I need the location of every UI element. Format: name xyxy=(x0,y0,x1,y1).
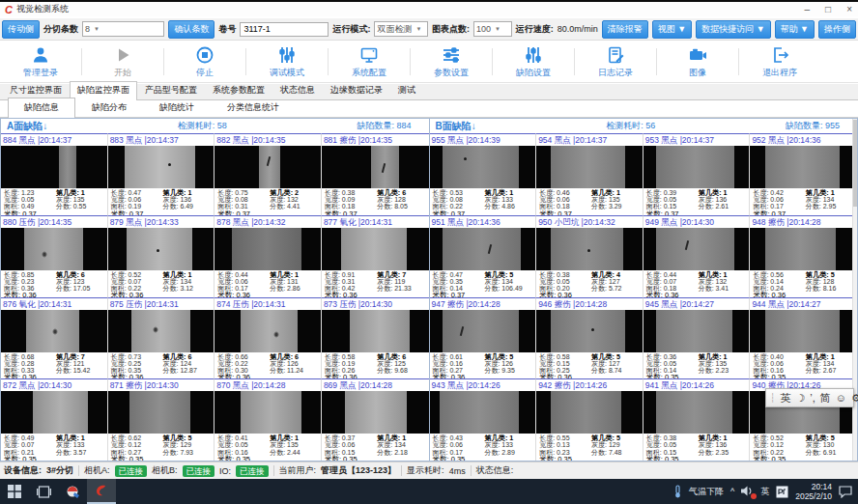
ime-punct-icon[interactable]: ’, xyxy=(810,392,815,404)
defect-gray-level: 灰度: 135 xyxy=(699,360,747,367)
run-mode-select[interactable]: 双面检测▼ xyxy=(374,21,428,37)
defect-cell[interactable]: 953 黑点 |20:14:37长度: 0.39宽度: 0.05面积: 0.15… xyxy=(644,133,751,215)
ime-language-indicator[interactable]: 英 xyxy=(760,486,769,498)
defect-cell[interactable]: 869 黑点 |20:14:28长度: 0.37宽度: 0.06面积: 0.15… xyxy=(322,378,429,461)
defect-cell[interactable]: 944 黑点 |20:14:27长度: 0.40宽度: 0.06面积: 0.16… xyxy=(750,297,857,379)
main-tab-测试[interactable]: 测试 xyxy=(390,81,423,99)
defect-cell[interactable]: 948 擦伤 |20:14:28长度: 0.56宽度: 0.14面积: 0.24… xyxy=(750,215,857,297)
defect-cell[interactable]: 872 黑点 |20:14:30长度: 0.49宽度: 0.07面积: 0.21… xyxy=(1,378,108,461)
tool-button-管理登录[interactable]: 管理登录 xyxy=(0,42,81,82)
ime-settings-icon[interactable]: ⚙ xyxy=(851,392,858,405)
defect-cell[interactable]: 877 氧化 |20:14:31长度: 0.91宽度: 0.31面积: 0.42… xyxy=(322,215,429,297)
defect-gray-level: 灰度: 125 xyxy=(377,360,425,367)
defect-cell[interactable]: 946 擦伤 |20:14:28长度: 0.58宽度: 0.15面积: 0.25… xyxy=(536,297,644,379)
taskbar-clock[interactable]: 20:14 2025/2/10 xyxy=(795,482,832,501)
ime-simplified-toggle[interactable]: 简 xyxy=(820,391,831,406)
action-center-icon[interactable] xyxy=(839,486,852,498)
main-tab-边缘数据记录[interactable]: 边缘数据记录 xyxy=(323,81,390,99)
task-view-button[interactable] xyxy=(29,479,58,504)
ime-mode-icon[interactable] xyxy=(776,486,788,498)
defect-cell[interactable]: 943 黑点 |20:14:26长度: 0.43宽度: 0.06面积: 0.17… xyxy=(430,378,537,461)
tool-button-调试模式[interactable]: 调试模式 xyxy=(246,42,328,82)
tool-button-参数设置[interactable]: 参数设置 xyxy=(411,42,492,82)
defect-cell[interactable]: 875 压伤 |20:14:31长度: 0.73宽度: 0.25面积: 0.35… xyxy=(108,297,215,379)
defect-cell[interactable]: 870 黑点 |20:14:28长度: 0.41宽度: 0.05面积: 0.16… xyxy=(214,378,322,461)
tool-button-日志记录[interactable]: 日志记录 xyxy=(575,42,656,82)
tool-button-退出程序[interactable]: 退出程序 xyxy=(739,42,820,82)
defect-width: 宽度: 0.06 xyxy=(753,360,805,367)
help-menu-button[interactable]: 帮助 ▼ xyxy=(775,20,815,39)
scrollbar-thumb[interactable] xyxy=(853,120,857,207)
slit-count-select[interactable]: 8▼ xyxy=(82,21,164,37)
defect-cell[interactable]: 954 黑点 |20:14:37长度: 0.46宽度: 0.06面积: 0.18… xyxy=(536,133,644,215)
sub-tab-缺陷统计[interactable]: 缺陷统计 xyxy=(143,98,211,117)
defect-cell[interactable]: 947 擦伤 |20:14:28长度: 0.61宽度: 0.16面积: 0.27… xyxy=(430,297,537,379)
panel-title[interactable]: B面缺陷↓ xyxy=(436,120,476,133)
defect-cell[interactable]: 941 黑点 |20:14:26长度: 0.38宽度: 0.05面积: 0.15… xyxy=(644,378,751,461)
defect-cell[interactable]: 880 压伤 |20:14:35长度: 0.85宽度: 0.23面积: 0.36… xyxy=(1,215,108,297)
drag-handle-icon[interactable]: ┆ xyxy=(770,393,775,403)
roll-number-input[interactable] xyxy=(240,22,329,37)
close-icon[interactable]: × xyxy=(846,4,852,14)
drive-side-button[interactable]: 传动侧 xyxy=(2,20,40,39)
weather-ticker[interactable]: 气温下降 xyxy=(689,486,724,498)
sub-tab-缺陷分布[interactable]: 缺陷分布 xyxy=(75,98,143,117)
sub-tab-分类信息统计[interactable]: 分类信息统计 xyxy=(211,98,296,117)
tool-button-缺陷设置[interactable]: 缺陷设置 xyxy=(493,42,574,82)
defect-cell[interactable]: 945 黑点 |20:14:27长度: 0.36宽度: 0.05面积: 0.14… xyxy=(644,297,751,379)
tool-button-系统配置[interactable]: 系统配置 xyxy=(329,42,410,82)
sub-tab-缺陷信息[interactable]: 缺陷信息 xyxy=(8,98,75,118)
defect-cell-header: 877 氧化 |20:14:31 xyxy=(322,216,429,228)
defect-cell[interactable]: 942 擦伤 |20:14:26长度: 0.55宽度: 0.13面积: 0.23… xyxy=(536,378,644,461)
active-app-button[interactable] xyxy=(87,479,116,504)
defect-class: 第几类: 6 xyxy=(377,353,425,360)
view-menu-button[interactable]: 视图 ▼ xyxy=(652,20,692,39)
play-icon xyxy=(113,45,132,65)
defect-cell[interactable]: 874 压伤 |20:14:31长度: 0.66宽度: 0.22面积: 0.30… xyxy=(214,297,322,379)
defect-cell[interactable]: 879 黑点 |20:14:33长度: 0.52宽度: 0.07面积: 0.22… xyxy=(108,215,215,297)
tool-button-图像[interactable]: 图像 xyxy=(657,42,738,82)
defect-cell[interactable]: 950 小凹坑 |20:14:32长度: 0.38宽度: 0.05面积: 0.2… xyxy=(536,215,644,297)
defect-width: 宽度: 0.06 xyxy=(433,441,485,448)
tray-overflow-chevron[interactable]: ^ xyxy=(730,487,734,496)
pinned-app-button[interactable] xyxy=(58,479,87,504)
tool-button-开始[interactable]: 开始 xyxy=(82,42,163,82)
defect-cell[interactable]: 884 黑点 |20:14:37长度: 1.23宽度: 0.05面积: 0.49… xyxy=(1,133,108,215)
thumbnail-band xyxy=(129,391,191,434)
clear-alarm-button[interactable]: 清除报警 xyxy=(602,20,648,39)
data-quick-access-button[interactable]: 数据快捷访问 ▼ xyxy=(696,20,770,39)
ime-toolbar[interactable]: ┆ 英☽’,简☺⚙ xyxy=(765,388,854,407)
defect-cell[interactable]: 955 黑点 |20:14:39长度: 0.53宽度: 0.08面积: 0.22… xyxy=(430,133,537,215)
defect-cell-header: 870 黑点 |20:14:28 xyxy=(214,379,321,391)
scrollbar[interactable] xyxy=(852,119,857,461)
defect-cell[interactable]: 882 黑点 |20:14:35长度: 0.75宽度: 0.08面积: 0.31… xyxy=(214,133,322,215)
confirm-count-button[interactable]: 确认条数 xyxy=(168,20,214,39)
display-time-label: 显示耗时: xyxy=(407,464,444,477)
defect-cell[interactable]: 952 黑点 |20:14:36长度: 0.42宽度: 0.06面积: 0.17… xyxy=(750,133,857,215)
panel-title[interactable]: A面缺陷↓ xyxy=(7,120,47,133)
defect-gray-level: 灰度: 134 xyxy=(163,278,212,285)
tool-button-label: 日志记录 xyxy=(598,67,633,79)
ime-fullhalf-icon[interactable]: ☽ xyxy=(795,392,805,405)
ime-emoji-icon[interactable]: ☺ xyxy=(836,392,846,404)
defect-length: 长度: 0.52 xyxy=(111,271,163,278)
defect-cell[interactable]: 881 擦伤 |20:14:35长度: 0.38宽度: 0.09面积: 0.18… xyxy=(322,133,429,215)
defect-cell[interactable]: 873 压伤 |20:14:30长度: 0.58宽度: 0.19面积: 0.26… xyxy=(322,297,429,379)
tool-button-停止[interactable]: 停止 xyxy=(164,42,245,82)
start-button[interactable] xyxy=(0,479,29,504)
chart-points-select[interactable]: 100▼ xyxy=(473,21,512,37)
minimize-icon[interactable]: – xyxy=(805,4,811,14)
volume-button[interactable] xyxy=(741,486,754,498)
defect-cell[interactable]: 883 黑点 |20:14:37长度: 0.47宽度: 0.06面积: 0.19… xyxy=(108,133,215,215)
defect-score: 分数: 2.23 xyxy=(699,367,747,374)
defect-cell[interactable]: 878 黑点 |20:14:32长度: 0.44宽度: 0.06面积: 0.17… xyxy=(214,215,322,297)
defect-count: 缺陷数量: 884 xyxy=(357,120,411,132)
defect-cell[interactable]: 949 黑点 |20:14:30长度: 0.44宽度: 0.07面积: 0.18… xyxy=(644,215,751,297)
ime-lang-toggle[interactable]: 英 xyxy=(780,391,790,406)
tool-button-label: 系统配置 xyxy=(352,67,386,79)
maximize-icon[interactable]: □ xyxy=(825,4,831,14)
operator-side-button[interactable]: 操作侧 xyxy=(818,20,856,39)
defect-cell[interactable]: 876 氧化 |20:14:31长度: 0.68宽度: 0.28面积: 0.33… xyxy=(1,297,108,379)
defect-cell[interactable]: 951 黑点 |20:14:36长度: 0.47宽度: 0.35面积: 0.14… xyxy=(430,215,537,297)
defect-cell[interactable]: 871 擦伤 |20:14:30长度: 0.62宽度: 0.12面积: 0.27… xyxy=(108,378,215,461)
